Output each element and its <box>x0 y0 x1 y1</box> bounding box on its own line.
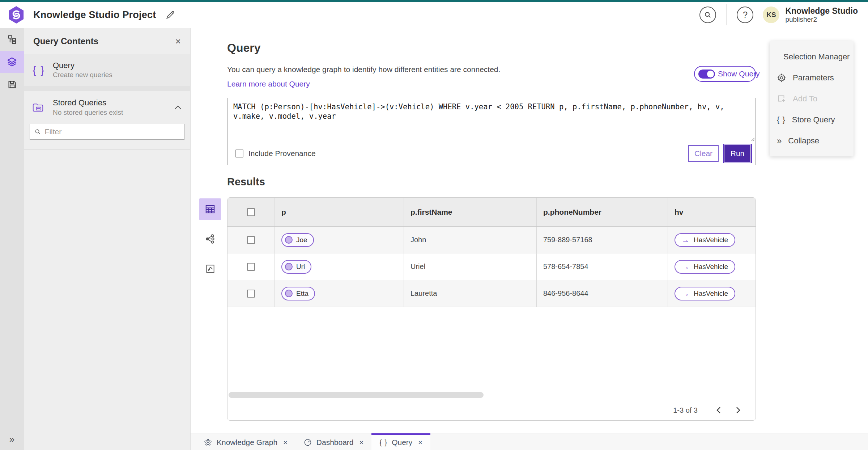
resize-grip[interactable] <box>750 136 755 141</box>
select-all-checkbox[interactable] <box>247 208 255 216</box>
avatar[interactable]: KS <box>763 7 779 23</box>
divider <box>726 4 727 25</box>
search-button[interactable] <box>699 7 716 23</box>
table-view-button[interactable] <box>199 198 221 220</box>
tab-label: Query <box>392 438 412 447</box>
row-checkbox[interactable] <box>247 236 255 244</box>
topbar-actions: ? KS Knowledge Studio publisher2 <box>699 4 858 25</box>
row-checkbox[interactable] <box>247 290 255 298</box>
next-page-button[interactable] <box>730 402 746 418</box>
section-spacer <box>24 86 190 91</box>
parameters-button[interactable]: Parameters <box>770 67 854 88</box>
filter-input[interactable] <box>45 127 180 136</box>
close-panel-button[interactable]: × <box>175 37 181 46</box>
help-button[interactable]: ? <box>737 7 753 23</box>
expand-rail-button[interactable]: » <box>0 434 24 445</box>
table-row: Uri Uriel 578-654-7854 → HasVehicle <box>227 253 756 280</box>
show-query-toggle[interactable]: Show Query <box>694 66 756 82</box>
toggle-switch-on <box>698 70 715 79</box>
top-bar: Knowledge Studio Project ? KS Knowledge … <box>0 0 868 28</box>
stored-queries-subtitle: No stored queries exist <box>53 108 123 117</box>
horizontal-scrollbar[interactable] <box>229 392 484 398</box>
add-to-button: Add To <box>770 88 854 109</box>
graph-view-button[interactable] <box>199 228 221 250</box>
run-button[interactable]: Run <box>724 145 750 162</box>
entity-pill[interactable]: Uri <box>281 260 311 274</box>
query-input[interactable]: MATCH (p:Person)-[hv:HasVehicle]->(v:Veh… <box>227 98 756 142</box>
table-empty-area <box>227 307 756 400</box>
entity-pill[interactable]: Joe <box>281 233 314 247</box>
column-header-firstname: p.firstName <box>410 208 452 216</box>
rail-item-layers-selected[interactable] <box>0 51 24 73</box>
previous-page-button[interactable] <box>711 402 727 418</box>
panel-title: Query Contents <box>33 36 98 46</box>
query-editor-container: MATCH (p:Person)-[hv:HasVehicle]->(v:Veh… <box>227 98 756 165</box>
include-provenance-checkbox[interactable] <box>235 150 243 157</box>
folder-icon <box>33 103 43 112</box>
entity-node-icon <box>285 263 293 270</box>
results-table: p p.firstName p.phoneNumber hv Joe John … <box>227 197 756 421</box>
product-name: Knowledge Studio <box>785 6 858 16</box>
bottom-tab-bar: Knowledge Graph × Dashboard × { } Query … <box>191 433 868 450</box>
results-heading: Results <box>227 176 265 188</box>
close-tab-icon[interactable]: × <box>359 438 364 447</box>
column-header-phonenumber: p.phoneNumber <box>543 208 601 216</box>
tab-knowledge-graph[interactable]: Knowledge Graph × <box>196 433 295 450</box>
row-checkbox[interactable] <box>247 263 255 271</box>
knowledge-graph-icon <box>204 438 212 447</box>
edge-pill[interactable]: → HasVehicle <box>675 287 735 300</box>
entity-pill[interactable]: Etta <box>281 287 315 300</box>
table-row: Joe John 759-889-57168 → HasVehicle <box>227 227 756 253</box>
chevron-right-icon <box>736 407 741 414</box>
edge-pill[interactable]: → HasVehicle <box>675 260 735 274</box>
edit-title-icon[interactable] <box>165 10 175 20</box>
search-icon <box>704 11 712 19</box>
rail-item-save[interactable] <box>0 73 24 96</box>
search-icon <box>34 128 41 135</box>
tab-label: Dashboard <box>316 438 354 447</box>
braces-icon: { } <box>379 438 387 447</box>
learn-more-link[interactable]: Learn more about Query <box>227 80 310 88</box>
tab-query-active[interactable]: { } Query × <box>371 433 430 450</box>
tab-dashboard[interactable]: Dashboard × <box>295 433 371 450</box>
include-provenance-label: Include Provenance <box>248 149 316 158</box>
edge-pill[interactable]: → HasVehicle <box>675 233 735 247</box>
show-query-label: Show Query <box>718 70 760 78</box>
braces-icon: { } <box>777 115 786 125</box>
filter-field[interactable] <box>30 124 184 140</box>
stored-queries-section-header[interactable]: Stored Queries No stored queries exist <box>24 91 190 124</box>
query-description: You can query a knowledge graph to ident… <box>227 65 500 74</box>
collapse-menu-button[interactable]: » Collapse <box>770 130 854 151</box>
panel-item-query[interactable]: { } Query Create new queries <box>24 54 190 86</box>
query-item-subtitle: Create new queries <box>53 71 112 80</box>
clear-button[interactable]: Clear <box>688 145 719 162</box>
query-tools-menu: Selection Manager Parameters Add To { } … <box>770 41 854 156</box>
cell-phonenumber: 759-889-57168 <box>543 236 592 244</box>
store-query-button[interactable]: { } Store Query <box>770 109 854 130</box>
chart-view-button[interactable] <box>199 258 221 279</box>
table-header-row: p p.firstName p.phoneNumber hv <box>227 198 756 227</box>
gear-icon <box>777 73 786 83</box>
layers-icon <box>7 56 17 67</box>
rail-item-hierarchy[interactable] <box>0 28 24 51</box>
query-heading: Query <box>227 41 260 55</box>
chevron-double-right-icon: » <box>9 434 14 445</box>
braces-icon: { } <box>33 64 53 76</box>
pagination-bar: 1-3 of 3 <box>227 400 756 420</box>
left-icon-rail: » <box>0 28 24 450</box>
entity-node-icon <box>285 236 293 244</box>
column-header-p: p <box>281 208 286 216</box>
hierarchy-icon <box>7 34 17 45</box>
chevron-up-icon[interactable] <box>174 105 182 110</box>
cell-firstname: Lauretta <box>410 289 437 298</box>
close-tab-icon[interactable]: × <box>283 438 288 447</box>
chevron-left-icon <box>716 407 721 414</box>
selection-manager-button[interactable]: Selection Manager <box>770 46 854 67</box>
chevron-double-right-icon: » <box>777 136 782 146</box>
app-logo-icon[interactable] <box>8 6 25 24</box>
close-icon: × <box>175 36 181 47</box>
close-tab-icon[interactable]: × <box>418 438 422 447</box>
help-icon: ? <box>743 10 748 20</box>
page-title: Knowledge Studio Project <box>33 9 156 21</box>
panel-header: Query Contents × <box>24 28 190 54</box>
